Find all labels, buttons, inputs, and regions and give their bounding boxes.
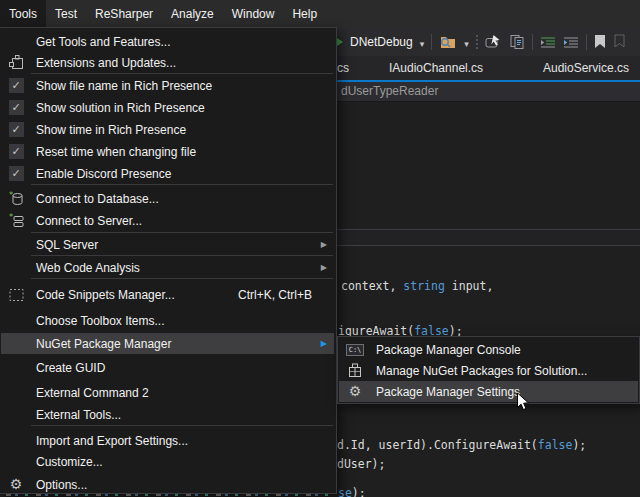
snippets-icon: [1, 288, 31, 302]
menu-item-external-command-2[interactable]: External Command 2: [1, 382, 334, 403]
tab-audioservice[interactable]: AudioService.cs: [543, 56, 629, 80]
bookmark-next-icon[interactable]: [613, 34, 627, 49]
find-dropdown-icon[interactable]: [464, 33, 469, 51]
submenu-arrow-icon: [321, 263, 327, 272]
tab-iaudiochannel[interactable]: IAudioChannel.cs: [389, 56, 483, 80]
extensions-icon: [1, 55, 31, 70]
menubar-item-analyze[interactable]: Analyze: [162, 0, 223, 27]
menu-item-reset-time[interactable]: Reset time when changing file: [1, 141, 334, 162]
breadcrumb[interactable]: dUserTypeReader: [341, 82, 438, 101]
toolbar-separator: [532, 34, 533, 50]
find-in-files-icon[interactable]: [439, 34, 457, 49]
run-configuration-label[interactable]: DNetDebug: [350, 35, 413, 49]
menubar-item-help[interactable]: Help: [283, 0, 326, 27]
package-icon: [339, 363, 371, 378]
menu-separator: [31, 425, 333, 426]
menu-item-connect-to-database[interactable]: Connect to Database...: [1, 188, 334, 209]
menu-item-web-code-analysis[interactable]: Web Code Analysis: [1, 257, 334, 278]
format-document-icon[interactable]: [540, 35, 556, 49]
menu-separator: [31, 232, 333, 233]
server-icon: [1, 213, 31, 229]
menu-item-show-time[interactable]: Show time in Rich Presence: [1, 119, 334, 140]
occluded-code-sliver: [6, 494, 332, 496]
checkmark-icon: [9, 100, 24, 115]
menu-item-options[interactable]: Options...: [1, 474, 334, 495]
checkmark-icon: [9, 122, 24, 137]
checkmark-icon: [9, 166, 24, 181]
submenu-item-package-manager-settings[interactable]: Package Manager Settings: [339, 381, 638, 402]
database-icon: [1, 191, 31, 207]
gear-icon: [349, 384, 362, 399]
menu-separator: [31, 184, 333, 185]
submenu-arrow-icon: [321, 240, 327, 249]
menu-item-import-export-settings[interactable]: Import and Export Settings...: [1, 430, 334, 451]
toolbar-separator: [431, 34, 432, 50]
tab-partial[interactable]: cs: [337, 56, 349, 80]
nuget-submenu-popup: Package Manager Console Manage NuGet Pac…: [337, 336, 640, 404]
menu-item-choose-toolbox-items[interactable]: Choose Toolbox Items...: [1, 310, 334, 331]
bookmark-icon[interactable]: [594, 34, 606, 49]
menubar-item-test[interactable]: Test: [46, 0, 86, 27]
code-line: context, string input,: [341, 279, 493, 293]
editor-collapsed-region: [334, 229, 640, 246]
menubar-item-window[interactable]: Window: [223, 0, 284, 27]
menu-item-show-solution[interactable]: Show solution in Rich Presence: [1, 97, 334, 118]
mouse-cursor: [516, 392, 530, 416]
copy-document-icon[interactable]: [509, 34, 525, 50]
format-selection-icon[interactable]: [563, 35, 579, 49]
menu-item-get-tools-and-features[interactable]: Get Tools and Features...: [1, 31, 334, 52]
menubar-item-tools[interactable]: Tools: [0, 0, 46, 27]
toolbar-separator: [586, 34, 587, 50]
tools-menu-popup: Get Tools and Features... Extensions and…: [0, 27, 337, 494]
menu-item-nuget-package-manager[interactable]: NuGet Package Manager: [1, 333, 334, 354]
menu-bar: Tools Test ReSharper Analyze Window Help: [0, 0, 640, 27]
menu-item-sql-server[interactable]: SQL Server: [1, 234, 334, 255]
menu-shortcut: Ctrl+K, Ctrl+B: [238, 288, 312, 302]
visual-studio-window: Tools Test ReSharper Analyze Window Help…: [0, 0, 640, 497]
gear-icon: [10, 477, 23, 492]
submenu-item-package-manager-console[interactable]: Package Manager Console: [339, 339, 638, 360]
console-icon: [346, 344, 364, 356]
menu-item-enable-discord-presence[interactable]: Enable Discord Presence: [1, 163, 334, 184]
checkmark-icon: [9, 78, 24, 93]
checkmark-icon: [9, 144, 24, 159]
menu-item-external-tools[interactable]: External Tools...: [1, 404, 334, 425]
menu-separator: [31, 73, 333, 74]
menu-separator: [31, 255, 333, 256]
menu-item-customize[interactable]: Customize...: [1, 451, 334, 472]
menu-item-show-file-name[interactable]: Show file name in Rich Presence: [1, 75, 334, 96]
code-line: se);: [338, 486, 366, 497]
code-line: dUser);: [337, 457, 385, 471]
menu-item-connect-to-server[interactable]: Connect to Server...: [1, 210, 334, 231]
menu-separator: [31, 278, 333, 279]
menu-item-create-guid[interactable]: Create GUID: [1, 357, 334, 378]
toolbar-grip: [476, 35, 478, 49]
menu-item-extensions-and-updates[interactable]: Extensions and Updates...: [1, 52, 334, 73]
pointer-select-icon[interactable]: [485, 34, 502, 49]
config-dropdown-icon[interactable]: [420, 33, 425, 51]
menubar-item-resharper[interactable]: ReSharper: [86, 0, 162, 27]
submenu-item-manage-nuget-packages[interactable]: Manage NuGet Packages for Solution...: [339, 360, 638, 381]
submenu-arrow-icon: [321, 339, 327, 348]
code-line: d.Id, userId).ConfigureAwait(false);: [337, 438, 586, 452]
menu-item-code-snippets-manager[interactable]: Code Snippets Manager... Ctrl+K, Ctrl+B: [1, 284, 334, 305]
